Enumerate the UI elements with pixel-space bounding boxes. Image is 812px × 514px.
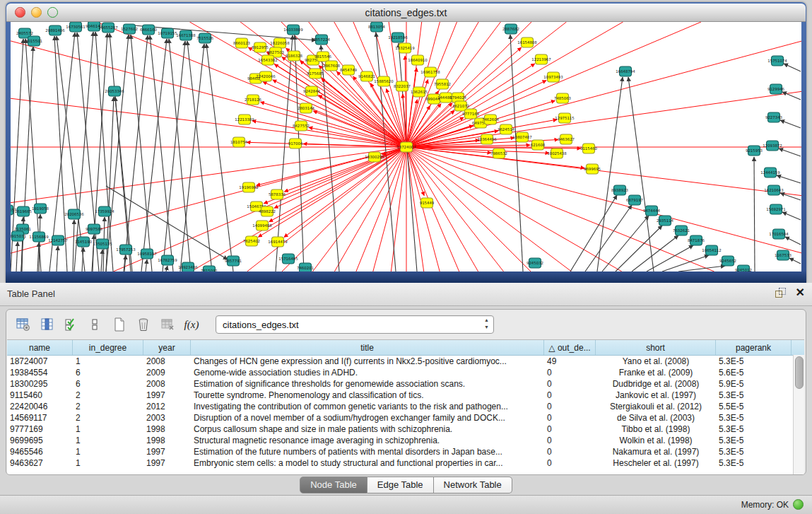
network-node[interactable]: 1167533 <box>775 250 792 260</box>
network-node[interactable]: 9245032 <box>526 258 543 268</box>
table-row[interactable]: 946554611997Estimation of the future num… <box>7 446 804 457</box>
table-select-dropdown[interactable]: citations_edges.txt ▲▼ <box>216 315 494 334</box>
network-node[interactable]: 2935114 <box>657 216 674 226</box>
table-row[interactable]: 946362711997Embryonic stem cells: a mode… <box>7 457 804 469</box>
network-node[interactable]: 1919058 <box>32 204 49 214</box>
delete-column-icon[interactable] <box>134 315 153 334</box>
table-row[interactable]: 969969511998Structural magnetic resonanc… <box>7 435 804 446</box>
column-header-short[interactable]: short <box>596 340 716 355</box>
minimize-window-button[interactable] <box>31 7 42 18</box>
table-row[interactable]: 1872400712008Changes of HCN gene express… <box>7 356 804 367</box>
network-node[interactable]: 10958107 <box>137 249 156 259</box>
network-node[interactable]: 7625402 <box>243 236 260 246</box>
network-node[interactable]: 2803144 <box>298 103 315 113</box>
network-node[interactable]: 621608 <box>531 140 546 150</box>
network-node[interactable]: 16671388 <box>176 30 196 40</box>
column-header-year[interactable]: year <box>143 340 191 355</box>
network-node[interactable]: 3624514 <box>498 124 515 134</box>
table-scrollbar[interactable] <box>793 355 804 474</box>
network-node[interactable]: 10025438 <box>547 148 567 158</box>
show-columns-icon[interactable] <box>37 315 57 334</box>
network-node[interactable]: 3915031 <box>11 231 26 241</box>
table-mode-icon[interactable] <box>13 315 33 334</box>
table-row[interactable]: 911546021997Tourette syndrome. Phenomeno… <box>7 390 804 401</box>
network-node[interactable]: 917004 <box>288 139 303 148</box>
network-node[interactable]: 15692971 <box>766 204 785 214</box>
network-node[interactable]: 10654112 <box>702 245 721 255</box>
network-node[interactable]: 8938923 <box>611 185 628 195</box>
scrollbar-thumb[interactable] <box>795 356 804 389</box>
column-header-name[interactable]: name <box>7 340 73 355</box>
unselect-all-columns-icon[interactable] <box>86 315 105 334</box>
network-node[interactable]: 18325419 <box>395 43 415 53</box>
network-node[interactable]: 15716465 <box>278 254 298 264</box>
network-node[interactable]: 1527602 <box>121 24 138 34</box>
network-node[interactable]: 17957253 <box>116 245 135 255</box>
network-node[interactable]: 16782759 <box>158 255 177 265</box>
network-node[interactable]: 12142757 <box>48 235 67 245</box>
network-node[interactable]: 9474444 <box>643 206 661 216</box>
network-node[interactable]: 7986532 <box>490 148 507 158</box>
network-node[interactable]: 7857224 <box>313 35 331 45</box>
network-node[interactable]: 9242844 <box>303 86 321 96</box>
network-node[interactable]: 915449 <box>420 198 435 208</box>
network-node[interactable]: 20053346 <box>105 86 124 96</box>
network-node[interactable]: 12213967 <box>531 54 551 64</box>
close-panel-icon[interactable]: ✕ <box>796 287 805 298</box>
tab-node-table[interactable]: Node Table <box>300 477 367 493</box>
network-node[interactable]: 16154808 <box>517 37 537 47</box>
network-node[interactable]: 16648794 <box>616 66 635 76</box>
network-node[interactable]: 20206536 <box>64 209 84 219</box>
node-table[interactable]: namein_degreeyeartitle△ out_de...shortpa… <box>7 339 804 474</box>
network-node[interactable]: 6466160 <box>140 25 158 35</box>
network-node[interactable]: 7815091 <box>201 266 218 271</box>
network-node[interactable]: 9115460 <box>580 144 598 153</box>
network-node[interactable]: 9857791 <box>225 256 242 266</box>
network-node[interactable]: 9245012 <box>735 265 752 271</box>
close-window-button[interactable] <box>15 7 25 18</box>
tab-network-table[interactable]: Network Table <box>434 477 512 493</box>
network-node[interactable]: 7632621 <box>673 226 690 235</box>
column-header-out_de[interactable]: △ out_de... <box>544 340 596 355</box>
network-node[interactable]: 2718126 <box>245 95 262 105</box>
network-node[interactable]: 18640910 <box>408 55 428 65</box>
network-node[interactable]: 9129946 <box>767 84 785 94</box>
network-node[interactable]: 8813054 <box>368 22 386 32</box>
network-node[interactable]: 2619665 <box>15 206 32 216</box>
column-header-pagerank[interactable]: pagerank <box>716 340 792 355</box>
network-node[interactable]: 8427552 <box>293 121 310 131</box>
network-node[interactable]: 7462604 <box>482 115 500 124</box>
network-node[interactable]: 10973493 <box>543 72 563 82</box>
network-window-titlebar[interactable]: citations_edges.txt <box>6 4 806 22</box>
function-builder-icon[interactable]: f(x) <box>182 315 201 334</box>
network-node[interactable]: 10719155 <box>158 28 177 38</box>
network-node[interactable]: 12975115 <box>555 113 574 123</box>
select-all-columns-icon[interactable] <box>61 315 81 334</box>
table-row[interactable]: 2242004622012Investigating the contribut… <box>7 401 804 412</box>
network-node[interactable]: 6879197 <box>626 195 643 205</box>
network-node[interactable]: 7515526 <box>196 33 214 43</box>
network-node[interactable]: 4898222 <box>259 206 276 216</box>
create-column-icon[interactable] <box>110 315 129 334</box>
table-row[interactable]: 1456911722003Disruption of a novel membe… <box>7 412 804 424</box>
network-node[interactable]: 9215953 <box>746 146 763 156</box>
network-node[interactable]: 9245652 <box>719 256 736 266</box>
network-node[interactable]: 8471876 <box>688 235 705 245</box>
network-node[interactable]: 1362615 <box>411 87 428 97</box>
network-node[interactable]: 7460201 <box>297 263 314 271</box>
network-node[interactable]: 16033809 <box>283 25 303 35</box>
network-node[interactable]: 20891406 <box>45 25 65 35</box>
network-node[interactable]: 9175685 <box>307 69 324 78</box>
network-node[interactable]: 16210643 <box>764 185 783 195</box>
network-canvas[interactable]: 2405572 9015501 20891406 16730561 904614… <box>11 22 801 271</box>
network-node[interactable]: 9699695 <box>584 164 601 174</box>
float-panel-icon[interactable] <box>775 287 786 298</box>
network-node[interactable]: 12093872 <box>763 141 782 151</box>
network-node[interactable]: 9015501 <box>25 36 42 46</box>
table-panel-titlebar[interactable]: Table Panel ✕ <box>0 283 812 306</box>
network-node[interactable]: 2887682 <box>502 24 519 34</box>
network-node[interactable]: 11156869 <box>29 232 49 242</box>
zoom-window-button[interactable] <box>47 7 58 18</box>
network-node[interactable]: 7955812 <box>434 79 451 89</box>
network-node[interactable]: 8912955 <box>252 42 269 52</box>
